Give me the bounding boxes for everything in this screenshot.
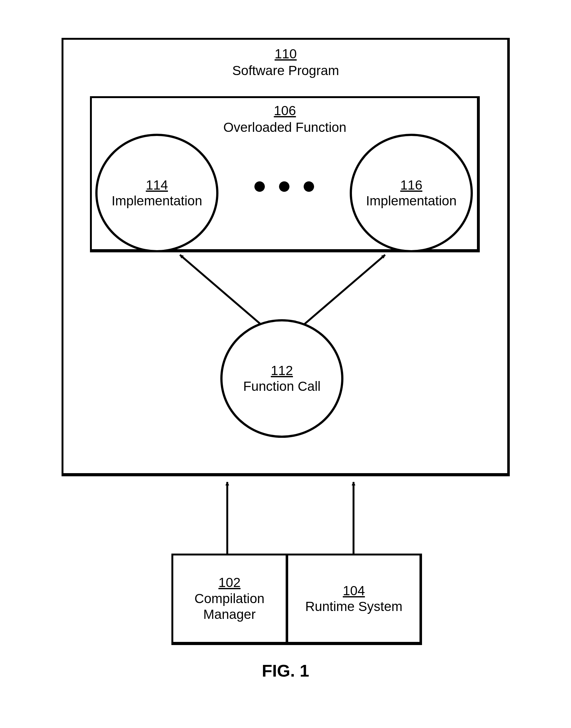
dot-icon xyxy=(254,181,265,192)
ref-num: 116 xyxy=(366,177,456,193)
ref-num: 114 xyxy=(111,177,202,193)
software-program-title: 110 Software Program xyxy=(62,46,510,79)
figure-caption: FIG. 1 xyxy=(0,661,571,680)
label: Runtime System xyxy=(305,599,403,614)
compilation-manager-box: 102 Compilation Manager xyxy=(172,554,288,645)
ref-num: 112 xyxy=(243,363,320,379)
function-call-circle: 112 Function Call xyxy=(220,319,343,438)
ref-num: 106 xyxy=(90,103,480,119)
label: Software Program xyxy=(62,62,510,79)
dot-icon xyxy=(304,181,314,192)
diagram-canvas: 110 Software Program 106 Overloaded Func… xyxy=(0,0,571,728)
ref-num: 102 xyxy=(195,575,264,590)
label: Compilation xyxy=(195,591,264,607)
label: Overloaded Function xyxy=(90,119,480,136)
implementation-1-circle: 114 Implementation xyxy=(95,134,218,252)
ref-num: 104 xyxy=(305,583,403,599)
overloaded-function-title: 106 Overloaded Function xyxy=(90,103,480,136)
label: Implementation xyxy=(111,193,202,209)
ref-num: 110 xyxy=(62,46,510,62)
runtime-system-box: 104 Runtime System xyxy=(286,554,422,645)
dot-icon xyxy=(279,181,290,192)
label: Implementation xyxy=(366,193,456,209)
label: Function Call xyxy=(243,379,320,394)
implementation-2-circle: 116 Implementation xyxy=(350,134,473,252)
label: Manager xyxy=(195,607,264,622)
ellipsis-dots xyxy=(232,181,336,192)
